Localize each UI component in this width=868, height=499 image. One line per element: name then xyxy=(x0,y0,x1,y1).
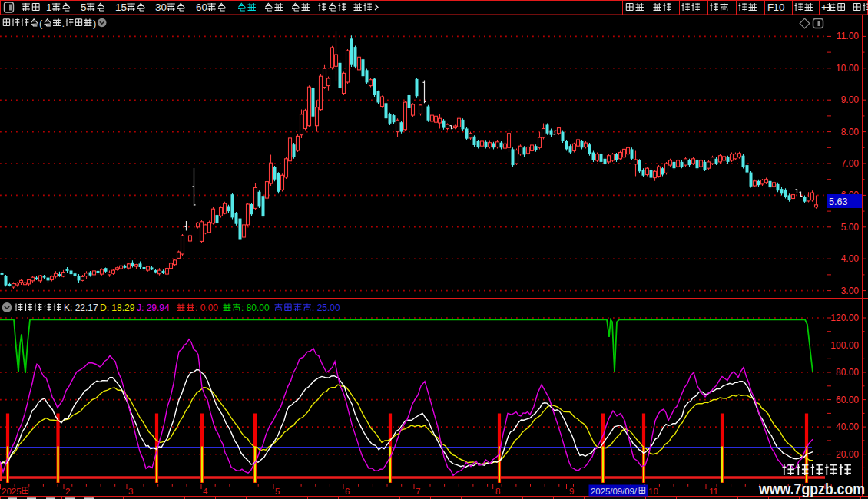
svg-text:1: 1 xyxy=(46,2,51,13)
svg-text:3.00: 3.00 xyxy=(841,286,860,296)
svg-text:J: 29.94: J: 29.94 xyxy=(137,302,170,313)
svg-text:www.7gpzb.com: www.7gpzb.com xyxy=(758,481,865,497)
svg-text:5.00: 5.00 xyxy=(841,222,860,233)
svg-text:4.00: 4.00 xyxy=(841,253,860,264)
svg-text:3: 3 xyxy=(155,2,161,13)
svg-text:20.00: 20.00 xyxy=(836,449,859,460)
svg-text:2025: 2025 xyxy=(2,487,22,496)
svg-text:10: 10 xyxy=(648,487,658,496)
svg-text:7.00: 7.00 xyxy=(841,158,860,169)
svg-text:: 80.00: : 80.00 xyxy=(241,302,270,313)
svg-text:4: 4 xyxy=(203,487,208,496)
svg-text:1: 1 xyxy=(773,2,778,13)
svg-text:7: 7 xyxy=(416,487,420,496)
svg-text:: 25.00: : 25.00 xyxy=(312,302,340,313)
svg-text:2025/09/09/: 2025/09/09/ xyxy=(591,487,638,496)
svg-text:.: . xyxy=(62,18,65,29)
svg-text:100.00: 100.00 xyxy=(830,340,859,351)
svg-text:11: 11 xyxy=(709,487,718,496)
svg-text:3: 3 xyxy=(128,487,133,496)
svg-text:120.00: 120.00 xyxy=(830,312,859,323)
svg-text:6: 6 xyxy=(345,487,350,496)
svg-text:0: 0 xyxy=(161,2,166,13)
svg-text:D: 18.29: D: 18.29 xyxy=(100,302,135,313)
svg-text:9.00: 9.00 xyxy=(841,94,860,105)
svg-text:: 0.00: : 0.00 xyxy=(195,302,218,313)
svg-text:K: 22.17: K: 22.17 xyxy=(64,302,98,313)
svg-text:9: 9 xyxy=(569,487,574,496)
svg-text:5.63: 5.63 xyxy=(829,197,847,207)
svg-text:1: 1 xyxy=(115,2,121,13)
svg-text:(: ( xyxy=(39,18,43,29)
svg-text:11.00: 11.00 xyxy=(837,31,859,41)
svg-text:): ) xyxy=(93,18,96,29)
svg-text:10.00: 10.00 xyxy=(836,63,859,74)
svg-text:6: 6 xyxy=(196,2,201,13)
svg-text:5: 5 xyxy=(81,2,86,13)
svg-text:8: 8 xyxy=(495,487,500,496)
svg-text:8.00: 8.00 xyxy=(841,127,860,137)
svg-text:60.00: 60.00 xyxy=(836,395,859,405)
svg-text:0: 0 xyxy=(779,2,784,13)
svg-text:5: 5 xyxy=(275,487,280,496)
svg-text:80.00: 80.00 xyxy=(836,367,859,378)
svg-text:40.00: 40.00 xyxy=(836,421,859,432)
svg-text:0: 0 xyxy=(201,2,207,13)
svg-text:+: + xyxy=(821,2,827,13)
svg-text:2: 2 xyxy=(65,487,70,496)
svg-text:5: 5 xyxy=(121,2,126,13)
